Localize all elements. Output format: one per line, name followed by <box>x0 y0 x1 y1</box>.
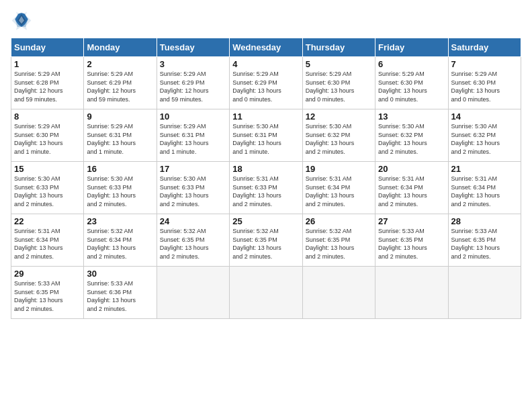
day-number: 25 <box>232 216 299 226</box>
calendar-cell: 9Sunrise: 5:29 AM Sunset: 6:31 PM Daylig… <box>84 109 157 162</box>
day-number: 21 <box>451 164 518 174</box>
calendar-cell <box>230 267 302 319</box>
day-number: 12 <box>306 111 372 122</box>
logo <box>11 11 35 32</box>
calendar-cell: 10Sunrise: 5:29 AM Sunset: 6:31 PM Dayli… <box>157 109 229 162</box>
calendar-cell: 21Sunrise: 5:31 AM Sunset: 6:34 PM Dayli… <box>448 162 521 214</box>
day-info: Sunrise: 5:31 AM Sunset: 6:34 PM Dayligh… <box>451 175 518 208</box>
calendar-table: SundayMondayTuesdayWednesdayThursdayFrid… <box>11 38 521 319</box>
day-info: Sunrise: 5:31 AM Sunset: 6:33 PM Dayligh… <box>232 175 299 208</box>
day-info: Sunrise: 5:30 AM Sunset: 6:33 PM Dayligh… <box>160 175 226 208</box>
calendar-cell: 29Sunrise: 5:33 AM Sunset: 6:35 PM Dayli… <box>11 267 84 319</box>
day-info: Sunrise: 5:29 AM Sunset: 6:30 PM Dayligh… <box>451 70 518 103</box>
calendar-cell: 22Sunrise: 5:31 AM Sunset: 6:34 PM Dayli… <box>11 214 84 267</box>
day-number: 27 <box>378 216 445 226</box>
day-number: 15 <box>14 164 81 174</box>
day-number: 24 <box>160 216 226 226</box>
day-info: Sunrise: 5:33 AM Sunset: 6:36 PM Dayligh… <box>87 279 153 313</box>
header-cell-monday: Monday <box>84 38 157 57</box>
calendar-cell: 3Sunrise: 5:29 AM Sunset: 6:29 PM Daylig… <box>157 57 229 109</box>
day-number: 23 <box>87 216 153 226</box>
calendar-cell: 7Sunrise: 5:29 AM Sunset: 6:30 PM Daylig… <box>448 57 521 109</box>
calendar-week-1: 1Sunrise: 5:29 AM Sunset: 6:28 PM Daylig… <box>11 57 521 109</box>
day-info: Sunrise: 5:29 AM Sunset: 6:30 PM Dayligh… <box>378 70 445 103</box>
day-info: Sunrise: 5:33 AM Sunset: 6:35 PM Dayligh… <box>378 227 445 261</box>
day-info: Sunrise: 5:29 AM Sunset: 6:30 PM Dayligh… <box>14 122 81 156</box>
calendar-cell <box>448 267 521 319</box>
day-info: Sunrise: 5:31 AM Sunset: 6:34 PM Dayligh… <box>306 175 372 208</box>
day-number: 3 <box>160 59 226 69</box>
calendar-cell: 15Sunrise: 5:30 AM Sunset: 6:33 PM Dayli… <box>11 162 84 214</box>
calendar-cell: 6Sunrise: 5:29 AM Sunset: 6:30 PM Daylig… <box>375 57 448 109</box>
calendar-cell: 20Sunrise: 5:31 AM Sunset: 6:34 PM Dayli… <box>375 162 448 214</box>
header <box>11 11 521 32</box>
day-number: 14 <box>451 111 518 122</box>
calendar-cell: 16Sunrise: 5:30 AM Sunset: 6:33 PM Dayli… <box>84 162 157 214</box>
day-info: Sunrise: 5:29 AM Sunset: 6:29 PM Dayligh… <box>87 70 153 103</box>
calendar-cell: 19Sunrise: 5:31 AM Sunset: 6:34 PM Dayli… <box>302 162 375 214</box>
day-number: 19 <box>306 164 372 174</box>
header-cell-tuesday: Tuesday <box>157 38 229 57</box>
day-info: Sunrise: 5:32 AM Sunset: 6:35 PM Dayligh… <box>160 227 226 261</box>
day-info: Sunrise: 5:32 AM Sunset: 6:34 PM Dayligh… <box>87 227 153 261</box>
calendar-cell: 30Sunrise: 5:33 AM Sunset: 6:36 PM Dayli… <box>84 267 157 319</box>
day-number: 18 <box>232 164 299 174</box>
header-cell-saturday: Saturday <box>448 38 521 57</box>
calendar-cell: 23Sunrise: 5:32 AM Sunset: 6:34 PM Dayli… <box>84 214 157 267</box>
header-cell-friday: Friday <box>375 38 448 57</box>
day-info: Sunrise: 5:31 AM Sunset: 6:34 PM Dayligh… <box>14 227 81 261</box>
day-info: Sunrise: 5:29 AM Sunset: 6:30 PM Dayligh… <box>306 70 372 103</box>
day-info: Sunrise: 5:30 AM Sunset: 6:32 PM Dayligh… <box>306 122 372 156</box>
day-info: Sunrise: 5:32 AM Sunset: 6:35 PM Dayligh… <box>306 227 372 261</box>
day-number: 30 <box>87 269 153 279</box>
calendar-week-5: 29Sunrise: 5:33 AM Sunset: 6:35 PM Dayli… <box>11 267 521 319</box>
day-number: 29 <box>14 269 81 279</box>
day-number: 9 <box>87 111 153 122</box>
day-number: 5 <box>306 59 372 69</box>
calendar-cell: 14Sunrise: 5:30 AM Sunset: 6:32 PM Dayli… <box>448 109 521 162</box>
calendar-cell: 5Sunrise: 5:29 AM Sunset: 6:30 PM Daylig… <box>302 57 375 109</box>
day-number: 11 <box>232 111 299 122</box>
day-number: 20 <box>378 164 445 174</box>
calendar-cell: 8Sunrise: 5:29 AM Sunset: 6:30 PM Daylig… <box>11 109 84 162</box>
calendar-cell <box>375 267 448 319</box>
day-number: 6 <box>378 59 445 69</box>
calendar-cell: 24Sunrise: 5:32 AM Sunset: 6:35 PM Dayli… <box>157 214 229 267</box>
day-info: Sunrise: 5:30 AM Sunset: 6:33 PM Dayligh… <box>87 175 153 208</box>
day-number: 17 <box>160 164 226 174</box>
day-info: Sunrise: 5:33 AM Sunset: 6:35 PM Dayligh… <box>451 227 518 261</box>
day-info: Sunrise: 5:30 AM Sunset: 6:32 PM Dayligh… <box>451 122 518 156</box>
day-number: 8 <box>14 111 81 122</box>
day-info: Sunrise: 5:31 AM Sunset: 6:34 PM Dayligh… <box>378 175 445 208</box>
calendar-cell: 2Sunrise: 5:29 AM Sunset: 6:29 PM Daylig… <box>84 57 157 109</box>
calendar-cell: 17Sunrise: 5:30 AM Sunset: 6:33 PM Dayli… <box>157 162 229 214</box>
calendar-cell: 28Sunrise: 5:33 AM Sunset: 6:35 PM Dayli… <box>448 214 521 267</box>
calendar-cell: 4Sunrise: 5:29 AM Sunset: 6:29 PM Daylig… <box>230 57 302 109</box>
day-number: 7 <box>451 59 518 69</box>
page-container: SundayMondayTuesdayWednesdayThursdayFrid… <box>0 0 532 324</box>
day-info: Sunrise: 5:30 AM Sunset: 6:32 PM Dayligh… <box>378 122 445 156</box>
calendar-week-3: 15Sunrise: 5:30 AM Sunset: 6:33 PM Dayli… <box>11 162 521 214</box>
calendar-cell: 1Sunrise: 5:29 AM Sunset: 6:28 PM Daylig… <box>11 57 84 109</box>
day-info: Sunrise: 5:29 AM Sunset: 6:28 PM Dayligh… <box>14 70 81 103</box>
day-info: Sunrise: 5:29 AM Sunset: 6:31 PM Dayligh… <box>87 122 153 156</box>
day-info: Sunrise: 5:33 AM Sunset: 6:35 PM Dayligh… <box>14 279 81 313</box>
day-info: Sunrise: 5:29 AM Sunset: 6:31 PM Dayligh… <box>160 122 226 156</box>
calendar-cell: 12Sunrise: 5:30 AM Sunset: 6:32 PM Dayli… <box>302 109 375 162</box>
calendar-week-2: 8Sunrise: 5:29 AM Sunset: 6:30 PM Daylig… <box>11 109 521 162</box>
header-cell-wednesday: Wednesday <box>230 38 302 57</box>
calendar-cell: 18Sunrise: 5:31 AM Sunset: 6:33 PM Dayli… <box>230 162 302 214</box>
day-number: 2 <box>87 59 153 69</box>
day-number: 26 <box>306 216 372 226</box>
day-info: Sunrise: 5:32 AM Sunset: 6:35 PM Dayligh… <box>232 227 299 261</box>
calendar-cell: 13Sunrise: 5:30 AM Sunset: 6:32 PM Dayli… <box>375 109 448 162</box>
day-number: 10 <box>160 111 226 122</box>
day-info: Sunrise: 5:30 AM Sunset: 6:31 PM Dayligh… <box>232 122 299 156</box>
header-cell-sunday: Sunday <box>11 38 84 57</box>
calendar-cell <box>302 267 375 319</box>
day-info: Sunrise: 5:30 AM Sunset: 6:33 PM Dayligh… <box>14 175 81 208</box>
calendar-header-row: SundayMondayTuesdayWednesdayThursdayFrid… <box>11 38 521 57</box>
header-cell-thursday: Thursday <box>302 38 375 57</box>
day-info: Sunrise: 5:29 AM Sunset: 6:29 PM Dayligh… <box>232 70 299 103</box>
calendar-cell <box>157 267 229 319</box>
